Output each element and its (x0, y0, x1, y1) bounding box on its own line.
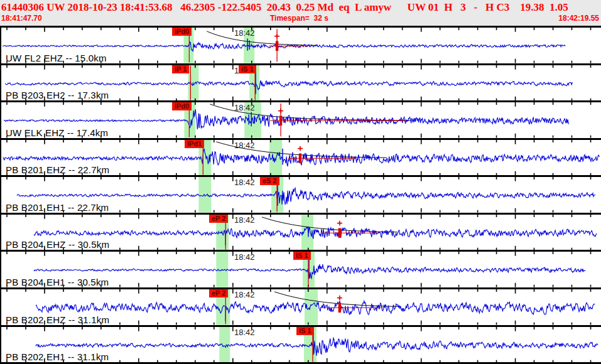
trace-panel-pb-b204-eh1[interactable]: 18:42iS 1PB B204 EH1 -- 30.5km (1, 250, 601, 287)
pick-flag-is1[interactable]: iS 1 (296, 327, 314, 335)
pick-flag-ep2[interactable]: eP 2 (209, 215, 228, 223)
waveform (4, 109, 569, 129)
trace-panel-pb-b202-eh1[interactable]: 18:42iS 1PB B202 EH1 -- 31.1km (1, 325, 601, 363)
trace-area: 18:42iPd0UW FL2 EHZ -- 15.0km18:42iP 1iS… (0, 26, 601, 364)
pick-flag-is1[interactable]: iS 1 (239, 65, 256, 73)
pick-flag-es2[interactable]: eS 2 (260, 177, 279, 185)
trace-panel-pb-b204-ehz[interactable]: 18:42eP 2PB B204 EHZ -- 30.5km (1, 213, 601, 250)
waveform (5, 80, 573, 90)
trace-panel-uw-elk-ehz[interactable]: 18:42iPd0UW ELK EHZ -- 17.4km (1, 100, 601, 138)
minute-label: 18:42 (234, 141, 255, 150)
station-label: PB B201 EHZ -- 22.7km (6, 164, 109, 175)
pick-flag-ipd0[interactable]: iPd0 (172, 102, 192, 110)
waveform (3, 42, 565, 51)
waveform (36, 338, 598, 355)
event-summary: 61440306 UW 2018-10-23 18:41:53.68 46.23… (0, 0, 601, 14)
plus-mark (337, 296, 342, 301)
minute-label: 18:42 (234, 103, 255, 112)
pick-flag-ipd0[interactable]: iPd0 (172, 28, 192, 36)
trace-panel-pb-b201-ehz[interactable]: 18:42iPd1PB B201 EHZ -- 22.7km (1, 138, 601, 176)
plus-mark (298, 146, 303, 151)
plus-mark (337, 221, 342, 226)
trace-panel-uw-fl2-ehz[interactable]: 18:42iPd0UW FL2 EHZ -- 15.0km (1, 26, 601, 63)
timespan-label: Timespan= 32 s (270, 14, 328, 23)
minute-label: 18:42 (234, 252, 255, 262)
plus-mark (278, 109, 283, 114)
window-end-time: 18:42:19.55 (558, 14, 599, 23)
plus-mark (274, 34, 279, 39)
waveform (34, 227, 597, 239)
seismogram-viewer: 61440306 UW 2018-10-23 18:41:53.68 46.23… (0, 0, 601, 364)
station-label: PB B204 EH1 -- 30.5km (6, 277, 109, 287)
station-label: UW FL2 EHZ -- 15.0km (6, 53, 107, 63)
station-label: PB B202 EH1 -- 31.1km (6, 351, 109, 362)
station-label: UW ELK EHZ -- 17.4km (6, 127, 108, 138)
window-start-time: 18:41:47.70 (1, 14, 42, 23)
time-row: 18:41:47.70 Timespan= 32 s 18:42:19.55 (0, 14, 601, 25)
trace-panel-pb-b202-ehz[interactable]: 18:42eP 2PB B202 EHZ -- 31.1km (1, 287, 601, 325)
station-label: PB B201 EH1 -- 22.7km (6, 202, 109, 213)
minute-label: 18:42 (234, 328, 255, 337)
station-label: PB B204 EHZ -- 30.5km (6, 239, 109, 250)
pick-flag-is1[interactable]: iS 1 (293, 252, 311, 260)
pick-flag-ep2[interactable]: eP 2 (209, 289, 228, 297)
minute-label: 18:42 (234, 290, 255, 299)
header-bar: 61440306 UW 2018-10-23 18:41:53.68 46.23… (0, 0, 601, 26)
pick-window-band (198, 177, 211, 213)
trace-panel-pb-b203-eh2[interactable]: 18:42iP 1iS 1PB B203 EH2 -- 17.3km (1, 63, 601, 101)
minute-label: 18:42 (234, 215, 255, 225)
coda-decay-curve (207, 31, 317, 45)
minute-label: 18:42 (234, 28, 255, 38)
coda-decay-curve (262, 217, 398, 232)
pick-flag-ip1[interactable]: iP 1 (172, 65, 189, 73)
trace-panel-pb-b201-eh1[interactable]: 18:42eS 2PB B201 EH1 -- 22.7km (1, 175, 601, 213)
station-label: PB B203 EH2 -- 17.3km (6, 90, 109, 100)
station-label: PB B202 EHZ -- 31.1km (6, 314, 109, 325)
pick-flag-ipd1[interactable]: iPd1 (185, 140, 204, 148)
minute-label: 18:42 (234, 178, 255, 187)
